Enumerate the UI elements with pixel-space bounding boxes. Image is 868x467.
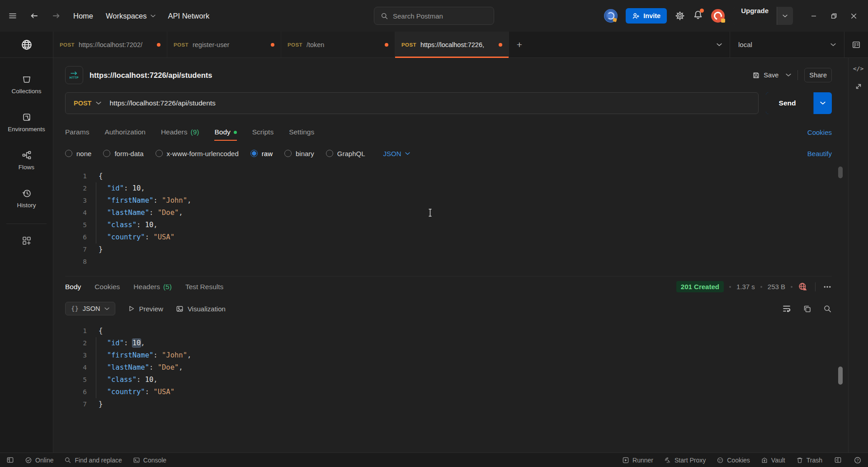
request-body-editor[interactable]: 1{2 "id": 10,3 "firstName": "John",4 "la… <box>65 164 832 275</box>
image-icon <box>176 305 184 313</box>
code-token: "country" <box>107 233 145 241</box>
hamburger-menu-icon[interactable] <box>8 11 17 20</box>
nav-home[interactable]: Home <box>73 12 93 20</box>
ssl-warning-globe-icon[interactable] <box>798 282 808 292</box>
restore-button[interactable] <box>824 6 844 26</box>
sidebar-item-collections[interactable]: Collections <box>0 65 53 103</box>
response-format-dropdown[interactable]: {} JSON <box>65 302 115 315</box>
visualization-button[interactable]: Visualization <box>176 305 226 313</box>
response-options-icon[interactable] <box>823 282 832 291</box>
body-mode-binary[interactable]: binary <box>284 150 314 157</box>
expand-pane-icon[interactable] <box>854 82 863 91</box>
workspace-globe-button[interactable] <box>0 32 53 58</box>
statusbar-online[interactable]: Online <box>25 457 53 464</box>
cookies-link[interactable]: Cookies <box>807 129 832 136</box>
code-line: 6 "country": "USA" <box>65 231 832 243</box>
tab-title: register-user <box>193 41 267 48</box>
request-tab[interactable]: POSTregister-user <box>167 32 281 57</box>
minimize-button[interactable] <box>804 6 824 26</box>
statusbar-console[interactable]: Console <box>133 457 166 464</box>
tab-headers[interactable]: Headers(9) <box>161 121 199 143</box>
request-tab[interactable]: POST/token <box>281 32 395 57</box>
invite-button[interactable]: Invite <box>626 8 667 24</box>
environments-icon <box>22 112 32 122</box>
method-dropdown[interactable]: POST <box>66 100 109 107</box>
response-tab-body[interactable]: Body <box>65 283 81 291</box>
body-mode-none[interactable]: none <box>65 150 91 157</box>
new-tab-button[interactable]: + <box>509 32 530 57</box>
request-editor-scrollbar[interactable] <box>838 167 843 272</box>
code-token: , <box>179 209 183 217</box>
line-number: 4 <box>65 362 87 374</box>
code-token: 10 <box>145 221 154 229</box>
nav-workspaces[interactable]: Workspaces <box>106 12 155 20</box>
tab-settings[interactable]: Settings <box>289 121 314 143</box>
back-arrow-icon[interactable] <box>30 11 39 20</box>
environment-quick-look-button[interactable] <box>844 32 868 57</box>
user-avatar[interactable] <box>711 9 725 23</box>
nav-api-network[interactable]: API Network <box>168 12 210 20</box>
statusbar-start-proxy[interactable]: Start Proxy <box>664 457 706 464</box>
body-mode-raw[interactable]: raw <box>250 150 273 157</box>
team-avatar[interactable] <box>604 9 618 23</box>
response-tools <box>782 304 832 313</box>
share-button[interactable]: Share <box>804 68 832 82</box>
forward-arrow-icon[interactable] <box>52 11 61 20</box>
send-button[interactable]: Send <box>766 92 832 114</box>
line-number: 1 <box>65 325 87 337</box>
help-icon[interactable]: ? <box>854 456 862 464</box>
save-button[interactable]: Save <box>748 68 783 82</box>
language-dropdown[interactable]: JSON <box>383 150 410 157</box>
code-line: 5 "class": 10, <box>65 374 832 386</box>
search-input[interactable]: Search Postman <box>374 7 494 25</box>
close-button[interactable] <box>844 6 863 26</box>
url-input[interactable]: https://localhost:7226/api/students <box>109 99 215 107</box>
response-editor-scrollbar[interactable] <box>838 323 843 450</box>
environment-selector[interactable]: local <box>730 32 844 57</box>
tab-body[interactable]: Body <box>214 121 236 143</box>
body-mode-graphql[interactable]: GraphQL <box>326 150 365 157</box>
send-options-chevron[interactable] <box>814 92 832 114</box>
environment-quick-look-icon <box>852 40 861 49</box>
tab-authorization[interactable]: Authorization <box>104 121 145 143</box>
body-mode-form-data[interactable]: form-data <box>103 150 143 157</box>
beautify-link[interactable]: Beautify <box>807 150 832 157</box>
notifications-button[interactable] <box>693 10 703 22</box>
sidebar-item-environments[interactable]: Environments <box>0 103 53 141</box>
body-mode-x-www-form-urlencoded[interactable]: x-www-form-urlencoded <box>156 150 239 157</box>
wrap-text-icon[interactable] <box>782 304 791 313</box>
response-tab-cookies[interactable]: Cookies <box>94 283 120 291</box>
upgrade-button[interactable]: Upgrade <box>733 7 793 25</box>
preview-button[interactable]: Preview <box>128 305 163 313</box>
code-line: 1{ <box>65 170 832 182</box>
statusbar-cookies[interactable]: Cookies <box>717 457 750 464</box>
response-tab-test-results[interactable]: Test Results <box>185 283 223 291</box>
response-body-editor[interactable]: 1{2 "id": 10,3 "firstName": "John",4 "la… <box>65 320 832 453</box>
request-tab[interactable]: POSThttps://localhost:7226, <box>395 32 509 57</box>
configure-sidebar-button[interactable] <box>0 236 53 246</box>
tab-scripts[interactable]: Scripts <box>252 121 274 143</box>
code-token <box>99 184 107 192</box>
tab-params[interactable]: Params <box>65 121 89 143</box>
save-options-chevron[interactable] <box>786 73 791 77</box>
radio-button <box>65 150 72 157</box>
sidebar-item-history[interactable]: History <box>0 179 53 217</box>
statusbar-find-and-replace[interactable]: Find and replace <box>64 457 122 464</box>
split-pane-icon[interactable] <box>834 456 842 464</box>
sidebar-toggle-button[interactable] <box>6 456 14 464</box>
upgrade-chevron[interactable] <box>777 7 793 25</box>
statusbar-vault[interactable]: Vault <box>761 457 785 464</box>
code-token: "Doe" <box>158 209 179 217</box>
code-line: 8 <box>65 256 832 268</box>
tab-label: Authorization <box>104 128 145 136</box>
statusbar-runner[interactable]: Runner <box>622 457 653 464</box>
statusbar-trash[interactable]: Trash <box>796 457 822 464</box>
response-tab-headers[interactable]: Headers(5) <box>133 283 172 291</box>
tab-overflow-button[interactable] <box>709 32 730 57</box>
gear-icon[interactable] <box>675 11 685 21</box>
request-tab[interactable]: POSThttps://localhost:7202/ <box>53 32 167 57</box>
sidebar-item-flows[interactable]: Flows <box>0 141 53 179</box>
code-line: 3 "firstName": "John", <box>65 195 832 207</box>
copy-icon[interactable] <box>803 305 811 313</box>
search-response-icon[interactable] <box>823 305 832 313</box>
